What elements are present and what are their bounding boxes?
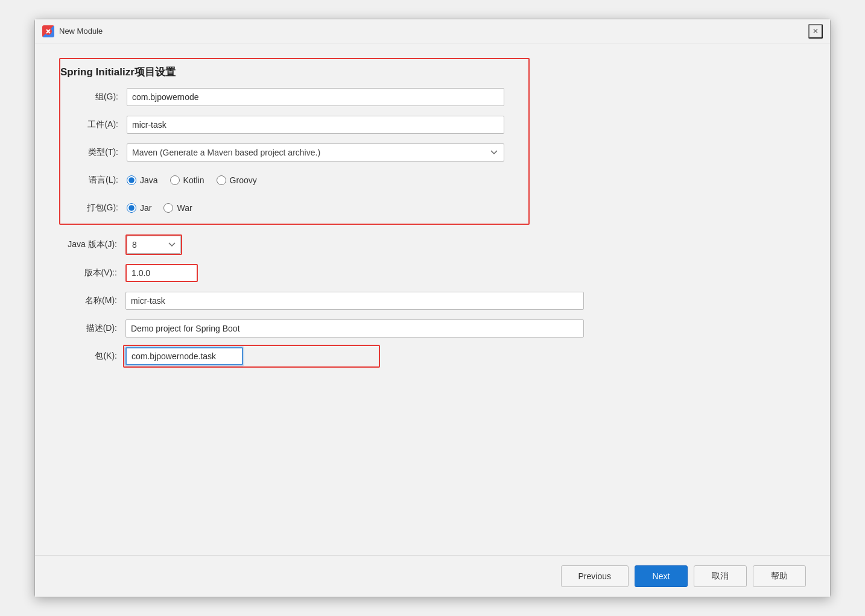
language-radio-group: Java Kotlin Groovy (127, 175, 257, 185)
type-label: 类型(T): (60, 147, 127, 158)
group-label: 组(G): (60, 92, 127, 102)
type-select[interactable]: Maven (Generate a Maven based project ar… (127, 143, 504, 162)
package-input[interactable] (125, 347, 243, 365)
java-version-label: Java 版本(J): (59, 239, 125, 250)
language-groovy-option[interactable]: Groovy (217, 175, 257, 185)
group-input[interactable] (127, 88, 504, 106)
java-version-select[interactable]: 8 11 17 21 (127, 236, 181, 254)
dialog-window: New Module × Spring Initializr项目设置 组(G): (34, 19, 831, 597)
packaging-radio-group: Jar War (127, 203, 192, 213)
language-groovy-label: Groovy (230, 175, 257, 185)
package-input-wrapper (125, 347, 584, 365)
java-version-wrapper: 8 11 17 21 (125, 234, 182, 255)
version-row: 版本(V):: (59, 263, 806, 283)
package-label: 包(K): (59, 351, 125, 362)
type-row: 类型(T): Maven (Generate a Maven based pro… (60, 143, 504, 162)
package-row: 包(K): (59, 347, 806, 366)
description-label: 描述(D): (59, 323, 125, 334)
titlebar: New Module × (35, 19, 830, 43)
packaging-war-label: War (177, 203, 192, 213)
version-input[interactable] (125, 264, 198, 282)
section-title: Spring Initializr项目设置 (60, 66, 176, 78)
language-groovy-radio[interactable] (217, 175, 226, 185)
artifact-row: 工件(A): (60, 115, 504, 134)
artifact-label: 工件(A): (60, 119, 127, 130)
artifact-input[interactable] (127, 116, 504, 134)
main-content: Spring Initializr项目设置 组(G): 工件(A): 类型(T)… (35, 43, 830, 555)
packaging-jar-label: Jar (140, 203, 151, 213)
language-row: 语言(L): Java Kotlin Groovy (60, 171, 504, 190)
language-java-option[interactable]: Java (127, 175, 158, 185)
app-icon (42, 25, 54, 37)
next-button[interactable]: Next (635, 565, 688, 587)
packaging-label: 打包(G): (60, 203, 127, 213)
help-button[interactable]: 帮助 (753, 565, 806, 587)
packaging-jar-radio[interactable] (127, 203, 136, 213)
language-kotlin-option[interactable]: Kotlin (170, 175, 204, 185)
packaging-war-radio[interactable] (163, 203, 173, 213)
packaging-jar-option[interactable]: Jar (127, 203, 151, 213)
language-java-label: Java (140, 175, 158, 185)
description-input[interactable] (125, 319, 584, 338)
titlebar-left: New Module (42, 25, 103, 37)
form-area: Spring Initializr项目设置 组(G): 工件(A): 类型(T)… (59, 58, 806, 541)
group-row: 组(G): (60, 87, 504, 107)
packaging-row: 打包(G): Jar War (60, 198, 504, 218)
version-label: 版本(V):: (59, 268, 125, 278)
top-highlighted-section: Spring Initializr项目设置 组(G): 工件(A): 类型(T)… (59, 58, 530, 225)
language-kotlin-radio[interactable] (170, 175, 180, 185)
packaging-war-option[interactable]: War (163, 203, 192, 213)
cancel-button[interactable]: 取消 (694, 565, 747, 587)
language-label: 语言(L): (60, 175, 127, 186)
description-row: 描述(D): (59, 319, 806, 338)
name-label: 名称(M): (59, 295, 125, 306)
close-button[interactable]: × (808, 24, 823, 39)
previous-button[interactable]: Previous (561, 565, 629, 587)
name-row: 名称(M): (59, 291, 806, 310)
language-kotlin-label: Kotlin (183, 175, 204, 185)
dialog-footer: Previous Next 取消 帮助 (35, 555, 830, 597)
java-version-row: Java 版本(J): 8 11 17 21 (59, 234, 806, 255)
name-input[interactable] (125, 292, 584, 310)
window-title: New Module (59, 27, 103, 36)
language-java-radio[interactable] (127, 175, 136, 185)
